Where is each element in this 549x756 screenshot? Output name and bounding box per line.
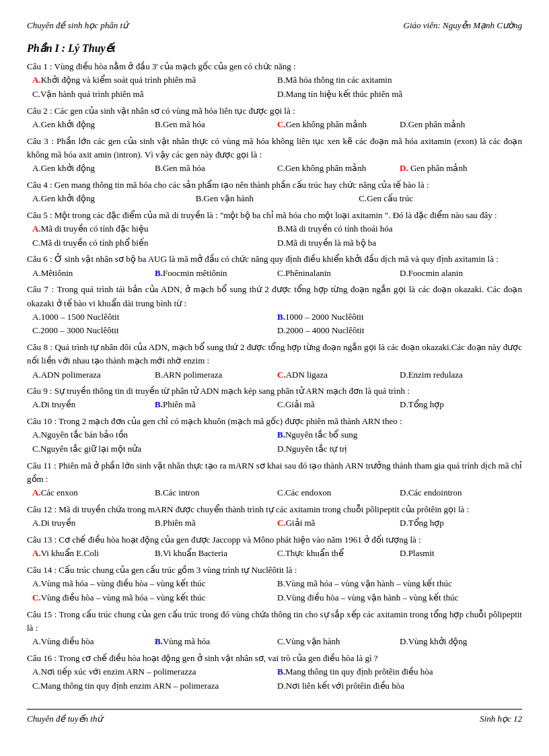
footer-left: Chuyên đề tuyển thứ: [27, 714, 102, 724]
question-14: Câu 14 : Cấu trúc chung của gen cấu trúc…: [27, 563, 522, 605]
page-footer: Chuyên đề tuyển thứ Sinh học 12: [27, 709, 522, 724]
question-13: Câu 13 : Cơ chế điều hòa hoạt động của g…: [27, 533, 522, 561]
question-4: Câu 4 : Gen mang thông tin mã hóa cho cá…: [27, 178, 522, 206]
header-left: Chuyên đề sinh học phân tử: [27, 20, 128, 31]
footer-right: Sinh học 12: [480, 714, 522, 724]
page-header: Chuyên đề sinh học phân tử Giáo viên: Ng…: [27, 20, 522, 31]
questions-container: Câu 1 : Vùng điều hòa nằm ở đầu 3' của m…: [27, 60, 522, 693]
question-9: Câu 9 : Sự truyền thông tin di truyền từ…: [27, 384, 522, 412]
question-12: Câu 12 : Mã di truyền chứa trong mARN đư…: [27, 503, 522, 530]
question-10: Câu 10 : Trong 2 mạch đơn của gen chỉ có…: [27, 415, 522, 456]
question-11: Câu 11 : Phiên mã ở phần lớn sinh vật nh…: [27, 459, 522, 500]
question-2: Câu 2 : Các gen của sinh vật nhân sơ có …: [27, 104, 522, 132]
section-title: Phần I : Lý Thuyết: [27, 42, 522, 55]
question-1: Câu 1 : Vùng điều hòa nằm ở đầu 3' của m…: [27, 60, 522, 102]
question-5: Câu 5 : Một trong các đặc điểm của mã di…: [27, 209, 522, 250]
question-15: Câu 15 : Trong cấu trúc chung của gen cấ…: [27, 608, 522, 649]
question-3: Câu 3 : Phần lớn các gen của sinh vật nh…: [27, 135, 522, 176]
question-8: Câu 8 : Quá trình tự nhân đôi của ADN, m…: [27, 341, 522, 382]
header-right: Giáo viên: Nguyễn Mạnh Cường: [404, 20, 522, 31]
question-6: Câu 6 : Ở sinh vật nhân sơ bộ ba AUG là …: [27, 252, 522, 280]
question-16: Câu 16 : Trong cơ chế điều hòa hoạt động…: [27, 652, 522, 693]
question-7: Câu 7 : Trong quá trình tái bản của ADN,…: [27, 283, 522, 338]
